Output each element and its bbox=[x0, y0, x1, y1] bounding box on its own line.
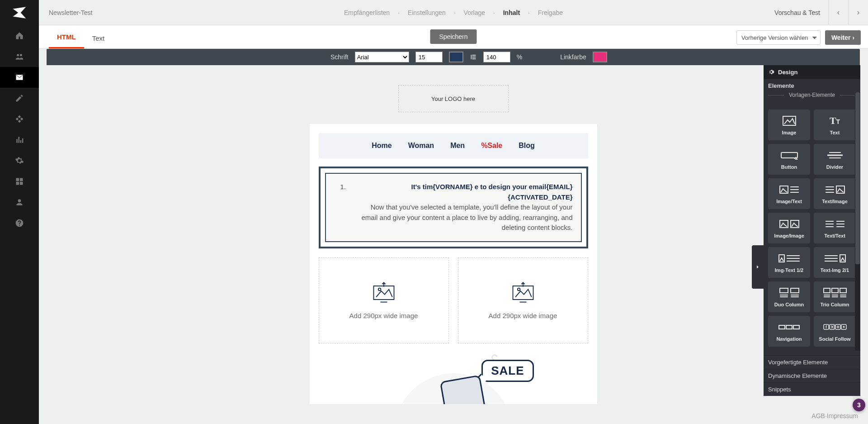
nav-home-icon[interactable] bbox=[0, 25, 39, 46]
nav-stats-icon[interactable] bbox=[0, 129, 39, 150]
line-height-icon bbox=[470, 53, 477, 61]
svg-rect-56 bbox=[835, 324, 840, 329]
vorlagen-elemente-divider: Vorlagen-Elemente bbox=[768, 95, 856, 107]
svg-rect-35 bbox=[780, 288, 788, 293]
breadcrumb-step-3[interactable]: Inhalt bbox=[503, 9, 520, 16]
gear-icon bbox=[768, 69, 774, 75]
footer-impressum-link[interactable]: Impressum bbox=[827, 412, 858, 419]
link-color-label: Linkfarbe bbox=[560, 53, 586, 61]
design-panel: Design Elemente Vorlagen-Elemente Image … bbox=[764, 65, 860, 396]
image-upload-icon bbox=[370, 281, 397, 304]
editor-top-bar: HTML Text Speichern Vorherige Version wä… bbox=[39, 25, 868, 49]
left-nav-rail bbox=[0, 0, 39, 424]
tab-html[interactable]: HTML bbox=[49, 33, 84, 48]
panel-section-dynamische[interactable]: Dynamische Elemente bbox=[764, 369, 860, 382]
format-toolbar: Schrift Arial % Linkfarbe bbox=[47, 49, 860, 65]
panel-scrollbar[interactable] bbox=[855, 92, 860, 351]
panel-scrollbar-thumb[interactable] bbox=[855, 92, 860, 264]
image-placeholder-right[interactable]: Add 290px wide image bbox=[458, 257, 588, 343]
image-upload-icon bbox=[509, 281, 537, 304]
svg-rect-50 bbox=[779, 325, 785, 329]
image-placeholder-left[interactable]: Add 290px wide image bbox=[319, 257, 449, 343]
element-divider[interactable]: Divider bbox=[814, 144, 856, 175]
nav-help-icon[interactable] bbox=[0, 213, 39, 233]
font-size-input[interactable] bbox=[415, 52, 443, 62]
line-height-input[interactable] bbox=[483, 52, 510, 62]
svg-point-1 bbox=[378, 288, 381, 291]
nav-compose-icon[interactable] bbox=[0, 88, 39, 109]
nav-settings-icon[interactable] bbox=[0, 150, 39, 171]
sale-bubble: SALE bbox=[481, 360, 533, 382]
element-img-text-12[interactable]: Img-Text 1/2 bbox=[768, 247, 810, 278]
font-label: Schrift bbox=[330, 53, 349, 61]
email-nav-blog[interactable]: Blog bbox=[519, 142, 535, 150]
block-heading[interactable]: It's tim{VORNAME} e to design your email… bbox=[353, 182, 572, 202]
panel-section-vorgefertigte[interactable]: Vorgefertigte Elemente bbox=[764, 355, 860, 369]
email-nav-men[interactable]: Men bbox=[450, 142, 465, 150]
breadcrumb-step-1[interactable]: Einstellungen bbox=[408, 9, 446, 16]
sale-illustration[interactable]: ✷ SALE bbox=[319, 360, 588, 405]
breadcrumb-step-0[interactable]: Empfängerlisten bbox=[344, 9, 390, 16]
nav-prev-arrow[interactable]: ‹ bbox=[828, 0, 848, 25]
svg-rect-3 bbox=[513, 286, 533, 300]
svg-rect-52 bbox=[793, 325, 799, 329]
element-trio-column[interactable]: Trio Column bbox=[814, 281, 856, 312]
element-text[interactable]: TTText bbox=[814, 110, 856, 140]
next-button[interactable]: Weiter › bbox=[825, 30, 861, 45]
text-color-swatch[interactable] bbox=[449, 52, 463, 62]
previous-version-select[interactable]: Vorherige Version wählen bbox=[736, 30, 821, 45]
tab-text[interactable]: Text bbox=[84, 34, 113, 48]
panel-section-elemente[interactable]: Elemente bbox=[764, 79, 860, 92]
panel-collapse-button[interactable] bbox=[752, 245, 764, 289]
nav-mail-icon[interactable] bbox=[0, 67, 39, 88]
block-ordinal: 1. bbox=[334, 182, 346, 233]
panel-section-snippets[interactable]: Snippets bbox=[764, 382, 860, 396]
element-navigation[interactable]: Navigation bbox=[768, 316, 810, 347]
image-placeholder-left-label: Add 290px wide image bbox=[349, 312, 418, 319]
svg-rect-36 bbox=[791, 288, 799, 293]
element-duo-column[interactable]: Duo Column bbox=[768, 281, 810, 312]
element-grid: Image TTText Button Divider Image/Text T… bbox=[764, 110, 860, 351]
svg-point-57 bbox=[837, 326, 839, 328]
app-logo[interactable] bbox=[0, 0, 39, 25]
nav-profile-icon[interactable] bbox=[0, 192, 39, 213]
svg-rect-0 bbox=[373, 286, 394, 300]
nav-users-icon[interactable] bbox=[0, 46, 39, 67]
svg-text:f: f bbox=[826, 325, 827, 329]
element-image[interactable]: Image bbox=[768, 110, 810, 140]
nav-grid-icon[interactable] bbox=[0, 171, 39, 192]
top-strip: Newsletter-Test Empfängerlisten› Einstel… bbox=[39, 0, 868, 25]
element-social-follow[interactable]: fSocial Follow bbox=[814, 316, 856, 347]
footer-agb-link[interactable]: AGB bbox=[811, 412, 825, 419]
save-button[interactable]: Speichern bbox=[430, 29, 476, 44]
block-body[interactable]: Now that you've selected a template, you… bbox=[353, 202, 572, 233]
editor-tabs: HTML Text bbox=[49, 25, 113, 48]
link-color-swatch[interactable] bbox=[593, 52, 607, 62]
email-nav-woman[interactable]: Woman bbox=[408, 142, 434, 150]
nav-next-arrow[interactable]: › bbox=[848, 0, 868, 25]
logo-placeholder[interactable]: Your LOGO here bbox=[398, 85, 509, 112]
svg-rect-41 bbox=[824, 288, 830, 293]
element-image-text[interactable]: Image/Text bbox=[768, 178, 810, 209]
nav-modules-icon[interactable] bbox=[0, 109, 39, 129]
breadcrumb-step-4[interactable]: Freigabe bbox=[538, 9, 563, 16]
breadcrumb: Empfängerlisten› Einstellungen› Vorlage›… bbox=[344, 9, 563, 16]
element-button[interactable]: Button bbox=[768, 144, 810, 175]
email-nav: Home Woman Men %Sale Blog bbox=[319, 133, 588, 158]
email-nav-sale[interactable]: %Sale bbox=[481, 142, 502, 150]
email-nav-home[interactable]: Home bbox=[372, 142, 392, 150]
panel-header-design[interactable]: Design bbox=[764, 65, 860, 79]
svg-point-4 bbox=[517, 288, 520, 291]
element-text-text[interactable]: Text/Text bbox=[814, 213, 856, 243]
element-image-image[interactable]: Image/Image bbox=[768, 213, 810, 243]
editor-canvas[interactable]: Your LOGO here Home Woman Men %Sale Blog… bbox=[47, 65, 860, 404]
newsletter-name: Newsletter-Test bbox=[49, 9, 92, 16]
element-text-image[interactable]: Text/Image bbox=[814, 178, 856, 209]
breadcrumb-step-2[interactable]: Vorlage bbox=[464, 9, 485, 16]
selected-text-block[interactable]: 1. It's tim{VORNAME} e to design your em… bbox=[319, 167, 588, 248]
preview-and-test-link[interactable]: Vorschau & Test bbox=[774, 9, 820, 16]
svg-rect-7 bbox=[781, 152, 797, 158]
element-text-img-21[interactable]: Text-Img 2/1 bbox=[814, 247, 856, 278]
notification-badge[interactable]: 3 bbox=[853, 399, 865, 411]
font-family-select[interactable]: Arial bbox=[355, 52, 409, 62]
